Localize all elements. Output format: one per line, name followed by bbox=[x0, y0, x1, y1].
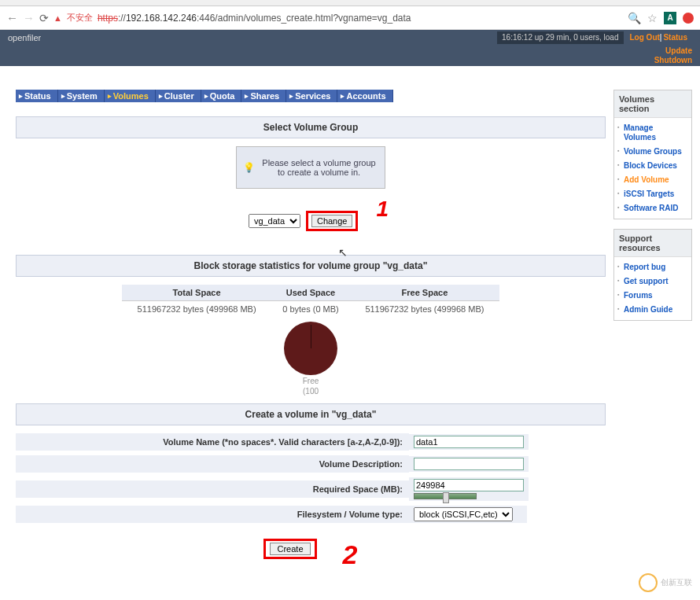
url-field[interactable]: https://192.168.142.246:446/admin/volume… bbox=[98, 13, 623, 24]
sidebar-item-volume-groups[interactable]: Volume Groups bbox=[617, 145, 688, 159]
sidebar-item-software-raid[interactable]: Software RAID bbox=[617, 201, 688, 215]
info-box: 💡 Please select a volume group to create… bbox=[236, 146, 385, 189]
tab-services[interactable]: ▸Services bbox=[286, 90, 337, 102]
extension-badge[interactable]: A bbox=[664, 12, 676, 24]
sidebar-item-add-volume[interactable]: Add Volume bbox=[617, 173, 688, 187]
nav-back-icon[interactable]: ← bbox=[6, 11, 18, 24]
main-tabs: ▸Status ▸System ▸Volumes ▸Cluster ▸Quota… bbox=[16, 90, 606, 102]
reload-icon[interactable]: ⟳ bbox=[39, 12, 49, 24]
col-free: Free Space bbox=[350, 285, 499, 301]
sidebar-support-section: Support resources Report bug Get support… bbox=[613, 229, 692, 321]
warning-icon: ▲ bbox=[53, 13, 62, 23]
stats-heading: Block storage statistics for volume grou… bbox=[16, 255, 606, 277]
sidebar-item-report-bug[interactable]: Report bug bbox=[617, 260, 688, 274]
stats-table: Total Space Used Space Free Space 511967… bbox=[122, 285, 499, 317]
bulb-icon: 💡 bbox=[243, 162, 255, 173]
pie-chart bbox=[284, 322, 337, 375]
col-used: Used Space bbox=[271, 285, 350, 301]
sidebar-item-admin-guide[interactable]: Admin Guide bbox=[617, 303, 688, 317]
create-heading: Create a volume in "vg_data" bbox=[16, 403, 606, 425]
tab-quota[interactable]: ▸Quota bbox=[201, 90, 242, 102]
col-total: Total Space bbox=[122, 285, 271, 301]
bookmark-icon[interactable]: ☆ bbox=[647, 12, 658, 24]
change-button[interactable]: Change bbox=[311, 215, 353, 227]
annotation-1: 1 bbox=[377, 197, 389, 222]
volume-name-label: Volume Name (*no spaces*. Valid characte… bbox=[16, 433, 409, 451]
required-space-input[interactable] bbox=[414, 479, 524, 491]
update-link[interactable]: Update bbox=[665, 46, 692, 55]
select-vg-heading: Select Volume Group bbox=[16, 116, 606, 138]
sidebar-sup-head: Support resources bbox=[614, 230, 691, 257]
sidebar-item-block-devices[interactable]: Block Devices bbox=[617, 159, 688, 173]
sidebar-item-manage-volumes[interactable]: Manage Volumes bbox=[617, 121, 688, 145]
volume-desc-label: Volume Description: bbox=[16, 455, 409, 473]
nav-forward-icon: → bbox=[23, 11, 35, 24]
vg-select[interactable]: vg_data bbox=[249, 214, 300, 228]
fs-type-label: Filesystem / Volume type: bbox=[16, 506, 409, 523]
sidebar-item-forums[interactable]: Forums bbox=[617, 289, 688, 303]
search-icon[interactable]: 🔍 bbox=[628, 12, 641, 24]
sidebar-volumes-section: Volumes section Manage Volumes Volume Gr… bbox=[613, 90, 692, 219]
sidebar-item-iscsi-targets[interactable]: iSCSI Targets bbox=[617, 187, 688, 201]
status-link[interactable]: Status bbox=[663, 33, 687, 42]
uptime-text: 16:16:12 up 29 min, 0 users, load bbox=[497, 31, 623, 44]
logo: openfiler bbox=[8, 33, 41, 42]
fs-type-select[interactable]: block (iSCSI,FC,etc) bbox=[414, 507, 513, 521]
table-row: 511967232 bytes (499968 MB) 0 bytes (0 M… bbox=[122, 301, 499, 318]
shutdown-link[interactable]: Shutdown bbox=[654, 56, 692, 64]
logout-link[interactable]: Log Out bbox=[630, 33, 660, 42]
volume-desc-input[interactable] bbox=[414, 458, 524, 470]
tab-system[interactable]: ▸System bbox=[58, 90, 105, 102]
pie-pct: (100 bbox=[16, 387, 606, 396]
extension-red-icon[interactable] bbox=[683, 13, 694, 24]
not-secure-label: 不安全 bbox=[67, 12, 93, 24]
volume-name-input[interactable] bbox=[414, 436, 524, 448]
create-button[interactable]: Create bbox=[270, 543, 310, 555]
tab-accounts[interactable]: ▸Accounts bbox=[337, 90, 392, 102]
app-header: openfiler 16:16:12 up 29 min, 0 users, l… bbox=[0, 30, 700, 46]
tab-shares[interactable]: ▸Shares bbox=[241, 90, 286, 102]
cursor-icon: ↖ bbox=[338, 246, 348, 259]
sidebar-item-get-support[interactable]: Get support bbox=[617, 274, 688, 289]
required-space-label: Required Space (MB): bbox=[16, 480, 409, 498]
space-slider[interactable] bbox=[414, 493, 477, 499]
sidebar-vol-head: Volumes section bbox=[614, 90, 691, 118]
tab-volumes[interactable]: ▸Volumes bbox=[105, 90, 156, 102]
browser-address-bar: ← → ⟳ ▲ 不安全 https://192.168.142.246:446/… bbox=[0, 6, 700, 30]
annotation-2: 2 bbox=[343, 539, 358, 567]
tab-cluster[interactable]: ▸Cluster bbox=[156, 90, 201, 102]
info-text: Please select a volume group to create a… bbox=[260, 158, 378, 177]
tab-status[interactable]: ▸Status bbox=[16, 90, 58, 102]
pie-label: Free bbox=[16, 377, 606, 385]
